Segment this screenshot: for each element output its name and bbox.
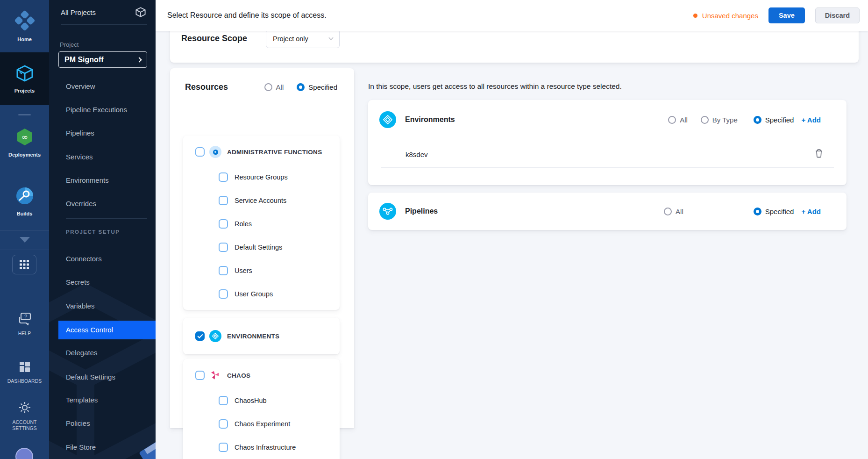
rail-item-home[interactable]: Home [0,0,49,52]
sidebar-item-services[interactable]: Services [49,148,156,166]
environment-entry-name: k8sdev [406,151,815,158]
resource-scope-select[interactable]: Project only [266,29,340,48]
environments-add-button[interactable]: + Add [801,116,821,124]
pipelines-add-button[interactable]: + Add [801,208,821,215]
user-groups-checkbox[interactable] [219,289,228,299]
chaos-checkbox[interactable] [195,371,205,380]
administrative-functions-checkbox[interactable] [195,147,205,157]
help-chat-icon: ? [18,312,32,327]
resources-panel: Resources All Specified ADMINISTRATIVE F… [170,68,354,428]
environment-entry-row: k8sdev [381,146,834,168]
project-setup-section-title: PROJECT SETUP [66,229,120,235]
chaos-experiment-checkbox[interactable] [219,419,228,429]
unsaved-changes-label: Unsaved changes [702,12,758,20]
trash-icon[interactable] [815,149,823,160]
sidebar-divider [61,24,147,25]
rail-divider-dash [18,114,31,115]
card-title: Pipelines [405,207,438,215]
rail-item-label: DASHBOARDS [7,378,42,384]
sidebar-item-overrides[interactable]: Overrides [49,194,156,213]
environments-icon [379,111,396,128]
pipelines-all-radio[interactable] [664,208,672,215]
resources-specified-label[interactable]: Specified [308,83,337,91]
resource-type-row: Chaos Experiment [183,412,340,436]
card-title: Environments [405,115,455,124]
sidebar-item-pipeline-executions[interactable]: Pipeline Executions [49,100,156,119]
resources-all-radio[interactable] [264,83,272,91]
sidebar-item-templates[interactable]: Templates [49,391,156,409]
sidebar-item-default-settings[interactable]: Default Settings [49,368,156,387]
page-title: Select Resource and define its scope of … [167,11,693,20]
user-avatar[interactable] [15,448,33,459]
users-checkbox[interactable] [219,266,228,275]
sidebar-item-overview[interactable]: Overview [49,77,156,96]
environments-specified-radio[interactable] [754,116,761,124]
rail-item-label: Builds [17,211,33,217]
resources-all-label[interactable]: All [276,83,284,91]
resource-groups-checkbox[interactable] [219,172,228,182]
chevron-down-icon[interactable] [20,237,30,243]
dashboards-grid-icon [19,361,31,375]
apps-grid-icon [19,259,29,270]
resource-type-row: Default Settings [183,236,340,259]
sidebar-item-environments[interactable]: Environments [49,171,156,190]
rail-item-account-settings[interactable]: ACCOUNT SETTINGS [0,401,49,431]
rail-item-label: Projects [14,88,35,94]
all-projects-header[interactable]: All Projects [49,0,156,24]
administrative-functions-icon [209,146,221,158]
rail-item-deployments[interactable]: ∞ Deployments [0,127,49,158]
rail-item-projects[interactable]: Projects [0,52,49,105]
rail-item-builds[interactable]: Builds [0,186,49,217]
page-header: Select Resource and define its scope of … [156,0,868,31]
pipelines-specified-radio[interactable] [754,208,761,215]
rail-item-help[interactable]: ? HELP [0,312,49,337]
chaoshub-checkbox[interactable] [219,396,228,405]
rail-item-label: Home [17,36,32,43]
save-button[interactable]: Save [768,7,805,23]
sidebar-item-variables[interactable]: Variables [49,297,156,316]
project-selector[interactable]: PM Signoff [58,51,147,68]
radio-group: All Specified + Add [664,208,821,215]
resource-type-row: Roles [183,212,340,236]
deployments-hexagon-icon: ∞ [15,127,35,149]
scope-info-text: In this scope, users get access to all r… [368,82,622,91]
sidebar-divider [66,218,147,219]
environments-all-radio[interactable] [668,116,676,124]
environments-by-type-radio[interactable] [701,116,709,124]
rail-item-label: ACCOUNT SETTINGS [4,419,46,431]
environments-checkbox[interactable] [195,331,205,341]
sidebar-item-delegates[interactable]: Delegates [49,344,156,362]
sidebar-item-policies[interactable]: Policies [49,414,156,433]
resource-scope-label: Resource Scope [181,34,247,43]
resource-group-administrative-functions: ADMINISTRATIVE FUNCTIONS Resource Groups… [183,136,340,310]
service-accounts-checkbox[interactable] [219,196,228,205]
all-projects-label: All Projects [61,8,135,16]
rail-item-dashboards[interactable]: DASHBOARDS [0,361,49,384]
sidebar-item-access-control[interactable]: Access Control [58,321,156,339]
rail-item-label: Deployments [8,152,41,158]
discard-button[interactable]: Discard [815,7,860,23]
svg-text:∞: ∞ [21,132,28,142]
resources-panel-header: Resources All Specified [170,68,354,92]
chevron-right-icon [136,57,142,62]
sidebar-item-pipelines[interactable]: Pipelines [49,124,156,143]
home-diamond-icon [14,10,36,33]
project-name: PM Signoff [64,56,137,64]
sidebar-item-secrets[interactable]: Secrets [49,273,156,292]
chaos-infrastructure-checkbox[interactable] [219,443,228,452]
resource-type-row: User Groups [183,282,340,306]
resources-specified-radio[interactable] [297,83,305,91]
chevron-down-icon [329,36,334,40]
resource-type-row: Chaos Infrastructure [183,436,340,459]
group-header: ADMINISTRATIVE FUNCTIONS [183,146,340,158]
module-picker-button[interactable] [12,255,36,274]
sidebar-item-file-store[interactable]: File Store [49,438,156,457]
rail-divider [0,250,49,250]
sidebar-item-connectors[interactable]: Connectors [49,250,156,268]
group-header: ENVIRONMENTS [183,330,279,342]
roles-checkbox[interactable] [219,219,228,229]
main-content: Select Resource and define its scope of … [156,0,868,459]
resource-group-environments: ENVIRONMENTS [183,318,340,354]
cube-icon [135,7,146,18]
default-settings-checkbox[interactable] [219,243,228,252]
